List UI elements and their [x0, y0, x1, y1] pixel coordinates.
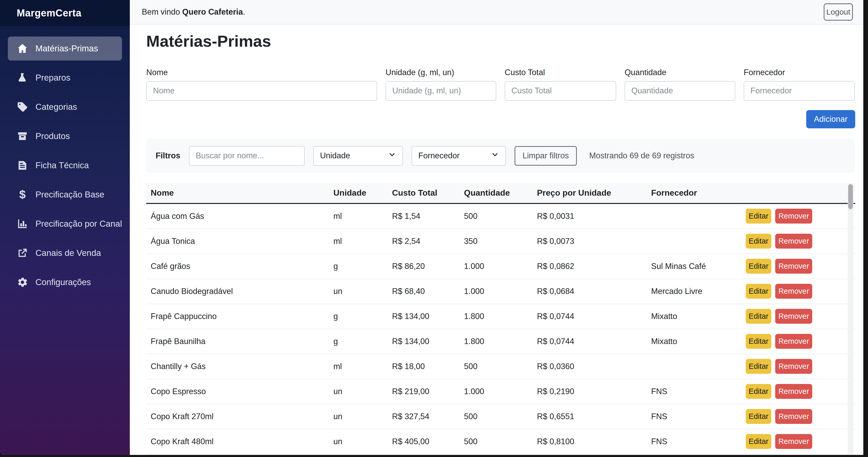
flask-icon [17, 72, 28, 83]
welcome-prefix: Bem vindo [142, 7, 182, 17]
sidebar: MargemCerta Matérias-PrimasPreparosCateg… [0, 0, 130, 455]
editar-button[interactable]: Editar [746, 259, 771, 274]
form-field-quantidade: Quantidade [624, 68, 735, 101]
sidebar-item-categorias[interactable]: Categorias [8, 95, 122, 119]
remover-button[interactable]: Remover [775, 234, 812, 249]
results-count: Mostrando 69 de 69 registros [589, 151, 694, 161]
materials-table: Nome Unidade Custo Total Quantidade Preç… [146, 183, 855, 455]
column-header-preco-por-unidade: Preço por Unidade [537, 188, 651, 198]
remover-button[interactable]: Remover [775, 309, 812, 324]
nome-input[interactable] [146, 81, 377, 101]
sidebar-item-produtos[interactable]: Produtos [8, 124, 122, 148]
cell-fornecedor: Mixatto [651, 337, 746, 346]
cell-preco-por-unidade: R$ 0,2190 [537, 387, 651, 396]
editar-button[interactable]: Editar [746, 284, 771, 299]
search-input[interactable] [189, 146, 305, 166]
sidebar-item-label: Preparos [35, 73, 70, 83]
editar-button[interactable]: Editar [746, 309, 771, 324]
cell-unidade: ml [333, 362, 392, 371]
unit-filter-select[interactable]: Unidade [313, 146, 403, 166]
sidebar-item-materias-primas[interactable]: Matérias-Primas [8, 36, 122, 60]
editar-button[interactable]: Editar [746, 334, 771, 349]
table-scrollbar-track[interactable] [848, 183, 854, 455]
sidebar-item-ficha-tecnica[interactable]: Ficha Técnica [8, 153, 122, 177]
row-actions: EditarRemover [746, 434, 855, 449]
table-row: Frapê BaunilhagR$ 134,001.800R$ 0,0744Mi… [146, 329, 855, 354]
sidebar-item-configuracoes[interactable]: Configurações [8, 270, 122, 294]
sidebar-item-label: Configurações [35, 277, 91, 287]
cell-nome: Frapê Baunilha [151, 337, 333, 346]
table-body: Água com GásmlR$ 1,54500R$ 0,0031EditarR… [146, 204, 855, 455]
clear-filters-button[interactable]: Limpar filtros [515, 146, 577, 166]
cell-nome: Copo Espresso [151, 387, 333, 396]
cell-custo-total: R$ 134,00 [392, 337, 464, 346]
unidade-g-ml-un-input[interactable] [385, 81, 496, 101]
cell-nome: Água Tonica [151, 236, 333, 246]
cell-custo-total: R$ 86,20 [392, 262, 464, 271]
remover-button[interactable]: Remover [775, 259, 812, 274]
remover-button[interactable]: Remover [775, 359, 812, 374]
table-row: Copo Kraft 270mlunR$ 327,54500R$ 0,6551F… [146, 404, 855, 429]
add-form: NomeUnidade (g, ml, un)Custo TotalQuanti… [146, 68, 855, 101]
editar-button[interactable]: Editar [746, 234, 771, 249]
table-row: Copo Kraft 480mlunR$ 405,00500R$ 0,8100F… [146, 429, 855, 454]
cell-fornecedor: FNS [651, 437, 746, 446]
cell-preco-por-unidade: R$ 0,0684 [537, 287, 651, 296]
editar-button[interactable]: Editar [746, 384, 771, 399]
cell-custo-total: R$ 219,00 [392, 387, 464, 396]
remover-button[interactable]: Remover [775, 434, 812, 449]
cell-unidade: g [333, 337, 392, 346]
row-actions: EditarRemover [746, 209, 855, 224]
sidebar-item-preparos[interactable]: Preparos [8, 66, 122, 90]
row-actions: EditarRemover [746, 384, 855, 399]
cell-custo-total: R$ 68,40 [392, 287, 464, 296]
sidebar-item-label: Precificação Base [35, 190, 104, 200]
cell-custo-total: R$ 1,54 [392, 211, 464, 221]
row-actions: EditarRemover [746, 409, 855, 424]
sidebar-item-canais-de-venda[interactable]: Canais de Venda [8, 241, 122, 265]
editar-button[interactable]: Editar [746, 434, 771, 449]
cell-nome: Frapê Cappuccino [151, 312, 333, 321]
table-row: Canudo BiodegradávelunR$ 68,401.000R$ 0,… [146, 279, 855, 304]
remover-button[interactable]: Remover [775, 409, 812, 424]
sidebar-item-precificacao-base[interactable]: $Precificação Base [8, 182, 122, 207]
table-scrollbar-thumb[interactable] [848, 184, 853, 209]
sidebar-item-label: Produtos [35, 131, 70, 141]
field-label: Custo Total [505, 68, 616, 77]
cell-quantidade: 350 [464, 236, 537, 246]
page-title: Matérias-Primas [146, 32, 855, 50]
app-window: MargemCerta Matérias-PrimasPreparosCateg… [0, 0, 863, 455]
welcome-suffix: . [243, 7, 245, 17]
cell-unidade: g [333, 312, 392, 321]
table-row: Chantilly + GásmlR$ 18,00500R$ 0,0360Edi… [146, 354, 855, 379]
fornecedor-input[interactable] [744, 81, 855, 101]
remover-button[interactable]: Remover [775, 334, 812, 349]
cell-unidade: un [333, 287, 392, 296]
cell-quantidade: 1.000 [464, 262, 537, 271]
sidebar-item-precificacao-por-canal[interactable]: Precificação por Canal [8, 212, 122, 236]
remover-button[interactable]: Remover [775, 284, 812, 299]
supplier-filter-select[interactable]: Fornecedor [411, 146, 506, 166]
supplier-filter-value: Fornecedor [418, 151, 460, 161]
logout-button[interactable]: Logout [824, 3, 853, 21]
cell-nome: Canudo Biodegradável [151, 287, 333, 296]
cell-quantidade: 500 [464, 362, 537, 371]
row-actions: EditarRemover [746, 284, 855, 299]
remover-button[interactable]: Remover [775, 209, 812, 224]
cell-quantidade: 1.000 [464, 287, 537, 296]
cell-nome: Café grãos [151, 262, 333, 271]
welcome-message: Bem vindo Quero Cafeteria. [142, 7, 245, 17]
editar-button[interactable]: Editar [746, 359, 771, 374]
adicionar-button[interactable]: Adicionar [806, 110, 855, 128]
editar-button[interactable]: Editar [746, 409, 771, 424]
remover-button[interactable]: Remover [775, 384, 812, 399]
column-header-unidade: Unidade [333, 188, 392, 198]
editar-button[interactable]: Editar [746, 209, 771, 224]
sidebar-item-label: Canais de Venda [35, 248, 101, 258]
table-header: Nome Unidade Custo Total Quantidade Preç… [146, 183, 855, 204]
topbar: Bem vindo Quero Cafeteria. Logout [130, 0, 863, 25]
sidebar-item-label: Matérias-Primas [35, 44, 98, 54]
custo-total-input[interactable] [505, 81, 616, 101]
quantidade-input[interactable] [624, 81, 735, 101]
cell-unidade: un [333, 412, 392, 421]
